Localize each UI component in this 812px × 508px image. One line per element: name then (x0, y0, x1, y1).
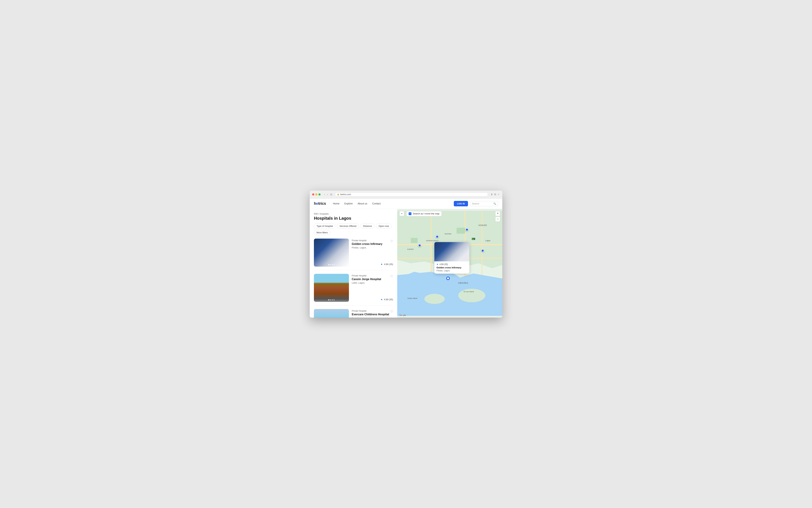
map-close-button[interactable]: × (399, 211, 404, 216)
svg-text:Tin can Island: Tin can Island (463, 290, 474, 292)
search-as-move-label: Search as I move the map (413, 212, 440, 215)
svg-text:EJIGBO: EJIGBO (407, 248, 414, 250)
image-dots-2 (328, 299, 334, 300)
hospital-type-2: Private Hospital (352, 274, 393, 277)
navbar: hetrics Home Explore About us Contact LO… (310, 199, 502, 209)
star-icon: ★ (380, 298, 383, 301)
nav-home[interactable]: Home (333, 202, 340, 205)
hospital-name-2[interactable]: Cassin Jorge Hospital (352, 278, 393, 281)
lock-icon: 🔒 (337, 194, 339, 195)
search-box-label: Search (472, 202, 479, 205)
dot (330, 299, 331, 300)
hospital-type-3: Private Hospital (352, 310, 393, 312)
results-count: 500+ hospitals (314, 212, 393, 215)
filter-open[interactable]: Open now (376, 223, 392, 228)
map-popup[interactable]: ★ 4.89 (35) Golden cross Infirmary Festa… (434, 242, 469, 273)
browser-window: ‹ › ⊟ 🔒 hetrics.com ⬆ ⧉ ＋ hetrics Home E… (310, 190, 502, 318)
nav-explore[interactable]: Explore (344, 202, 353, 205)
dot (328, 299, 329, 300)
map-pin-3[interactable] (465, 228, 468, 231)
favorite-button-2[interactable]: ♡ (390, 274, 393, 278)
hospital-type-1: Private Hospital (352, 239, 393, 242)
svg-text:MUSHIN: MUSHIN (445, 233, 451, 235)
hospital-card-3: Private Hospital Evercare Childrens Hosp… (314, 309, 393, 318)
new-tab-button[interactable]: ＋ (497, 193, 500, 196)
hospital-image-1[interactable] (314, 239, 349, 267)
nav-about[interactable]: About us (358, 202, 367, 205)
filter-distance[interactable]: Distance (360, 223, 375, 228)
traffic-lights (312, 194, 321, 196)
hospital-image-3[interactable] (314, 309, 349, 318)
navbar-right: LOG IN Search 🔍 (454, 201, 498, 206)
forward-button[interactable]: › (326, 193, 329, 196)
rating-value-2: 4.89 (384, 298, 388, 301)
svg-text:KOSUFE: KOSUFE (479, 224, 487, 226)
hospital-image-2[interactable] (314, 274, 349, 302)
search-as-move-checkbox[interactable]: Search as I move the map (406, 211, 442, 216)
popup-rating-value: 4.89 (440, 263, 444, 265)
hospital-name-3[interactable]: Evercare Childrens Hospital (352, 313, 393, 316)
map-pin-selected[interactable] (447, 277, 449, 280)
hospital-location-3: Ikoyi, Lagos. (352, 317, 393, 318)
map-pin-2[interactable] (436, 235, 439, 238)
login-button[interactable]: LOG IN (454, 201, 468, 206)
sidebar-toggle-button[interactable]: ⊟ (329, 193, 333, 196)
svg-text:E1: E1 (472, 238, 474, 240)
maximize-traffic-light[interactable] (318, 194, 321, 196)
logo[interactable]: hetrics (314, 201, 326, 206)
nav-links: Home Explore About us Contact (333, 202, 450, 205)
favorite-button-3[interactable]: ♡ (390, 310, 393, 313)
star-icon: ★ (380, 263, 383, 265)
dot (332, 264, 333, 265)
address-bar[interactable]: 🔒 hetrics.com (335, 192, 488, 197)
map-container[interactable]: KOSUFE Lagos EJIGBO OSHODI-ISOLO MUSHIN … (397, 209, 502, 318)
hospital-name-1[interactable]: Golden cross Infirmary (352, 243, 393, 246)
checkbox-icon (409, 212, 411, 215)
app-container: hetrics Home Explore About us Contact LO… (310, 199, 502, 318)
browser-titlebar: ‹ › ⊟ 🔒 hetrics.com ⬆ ⧉ ＋ (310, 190, 502, 199)
svg-rect-11 (411, 238, 417, 243)
nav-contact[interactable]: Contact (372, 202, 380, 205)
hospital-location-1: Festac, Lagos. (352, 246, 393, 249)
browser-actions: ⬆ ⧉ ＋ (491, 193, 500, 196)
popup-rating-count: 35 (445, 263, 447, 265)
hospital-rating-2: ★ 4.89 (35) (380, 298, 393, 301)
hospital-info-1: Private Hospital Golden cross Infirmary … (352, 239, 393, 267)
popup-star-icon: ★ (437, 263, 438, 265)
left-panel: 500+ hospitals Hospitals in Lagos Type o… (310, 209, 397, 318)
rating-count-1: 35 (390, 263, 392, 265)
zoom-out-button[interactable]: − (495, 217, 500, 222)
dot (333, 264, 334, 265)
duplicate-button[interactable]: ⧉ (494, 193, 496, 196)
right-panel: KOSUFE Lagos EJIGBO OSHODI-ISOLO MUSHIN … (397, 209, 502, 318)
back-button[interactable]: ‹ (323, 193, 326, 196)
favorite-button-1[interactable]: ♡ (390, 239, 393, 243)
main-content: 500+ hospitals Hospitals in Lagos Type o… (310, 209, 502, 318)
map-pin-1[interactable] (418, 244, 421, 247)
filter-more[interactable]: More filters (314, 230, 330, 235)
dot (328, 264, 329, 265)
close-icon: × (401, 212, 403, 215)
filter-type[interactable]: Type of Hospital (314, 223, 335, 228)
minimize-traffic-light[interactable] (315, 194, 317, 196)
hospital-card-1: Private Hospital Golden cross Infirmary … (314, 239, 393, 270)
page-title: Hospitals in Lagos (314, 216, 393, 221)
hospital-rating-1: ★ 4.89 (35) (380, 263, 393, 265)
close-traffic-light[interactable] (312, 194, 314, 196)
filter-services[interactable]: Services Offered (337, 223, 359, 228)
url-text: hetrics.com (340, 193, 351, 196)
zoom-in-button[interactable]: + (495, 211, 500, 216)
dot (333, 299, 334, 300)
map-pin-4[interactable] (481, 249, 484, 252)
dot (332, 299, 333, 300)
search-box[interactable]: Search 🔍 (470, 201, 498, 206)
svg-text:Snake Island: Snake Island (407, 297, 417, 299)
share-button[interactable]: ⬆ (491, 193, 493, 196)
popup-hospital-name: Golden cross Infirmary (437, 266, 467, 269)
hospital-info-3: Private Hospital Evercare Childrens Hosp… (352, 309, 393, 318)
svg-text:Lagos: Lagos (485, 240, 490, 242)
popup-rating: ★ 4.89 (35) (437, 263, 467, 265)
svg-text:OSHODI-ISOLO: OSHODI-ISOLO (426, 240, 439, 242)
map-controls: + − (495, 211, 500, 222)
image-dots-1 (328, 264, 334, 265)
